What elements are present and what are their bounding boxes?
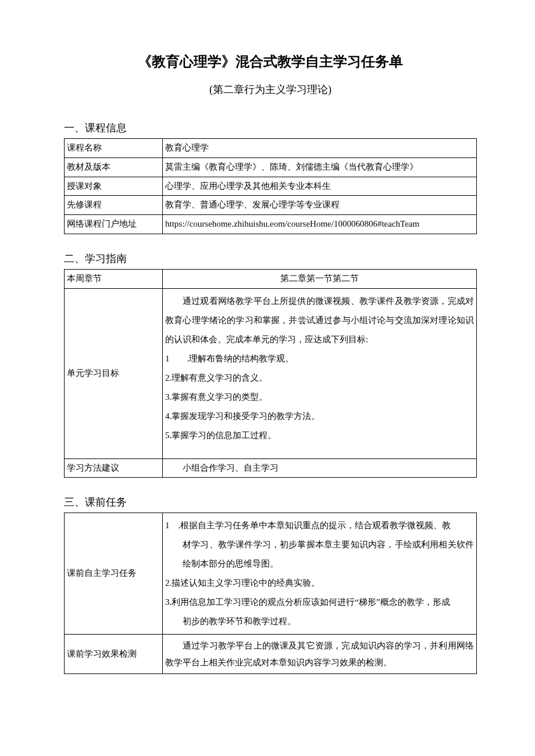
- task-2: 2.描述认知主义学习理论中的经典实验。: [165, 574, 474, 593]
- label-chapter: 本周章节: [65, 269, 163, 288]
- page-subtitle: (第二章行为主义学习理论): [64, 83, 477, 96]
- table-row: 网络课程门户地址 https://coursehome.zhihuishu.eo…: [65, 215, 477, 234]
- table-row: 教材及版本 莫雷主编《教育心理学》、陈琦、刘儒德主编《当代教育心理学》: [65, 157, 477, 177]
- document-page: 《教育心理学》混合式教学自主学习任务单 (第二章行为主义学习理论) 一、课程信息…: [0, 0, 535, 726]
- page-title: 《教育心理学》混合式教学自主学习任务单: [64, 52, 477, 71]
- value-chapter: 第二章第一节第二节: [163, 269, 477, 288]
- section3-heading: 三、课前任务: [64, 495, 477, 509]
- section1-heading: 一、课程信息: [64, 121, 477, 135]
- value-prerequisite: 教育学、普通心理学、发展心理学等专业课程: [163, 196, 477, 215]
- table-row: 课前学习效果检测 通过学习教学平台上的微课及其它资源，完成知识内容的学习，并利用…: [65, 635, 477, 674]
- value-audience: 心理学、应用心理学及其他相关专业本科生: [163, 177, 477, 196]
- label-prerequisite: 先修课程: [65, 196, 163, 215]
- section2-heading: 二、学习指南: [64, 252, 477, 266]
- task-1-line2: 材学习、教学课件学习，初步掌握本章主要知识内容，手绘或利用相关软件绘制本部分的思…: [165, 535, 474, 574]
- task-3-line2: 初步的教学环节和教学过程。: [165, 612, 474, 631]
- objective-3: 3.掌握有意义学习的类型。: [165, 388, 474, 407]
- label-method: 学习方法建议: [65, 458, 163, 478]
- value-textbook: 莫雷主编《教育心理学》、陈琦、刘儒德主编《当代教育心理学》: [163, 157, 477, 177]
- table-row: 课程名称 教育心理学: [65, 139, 477, 158]
- value-preclass-test: 通过学习教学平台上的微课及其它资源，完成知识内容的学习，并利用网络教学平台上相关…: [163, 635, 477, 674]
- label-audience: 授课对象: [65, 177, 163, 196]
- pre-class-task-table: 课前自主学习任务 1 .根据自主学习任务单中本章知识重点的提示，结合观看教学微视…: [64, 513, 477, 674]
- objective-4: 4.掌握发现学习和接受学习的教学方法。: [165, 407, 474, 426]
- label-portal: 网络课程门户地址: [65, 215, 163, 234]
- label-preclass-task: 课前自主学习任务: [65, 513, 163, 635]
- value-course-name: 教育心理学: [163, 139, 477, 158]
- value-method: 小组合作学习、自主学习: [163, 458, 477, 478]
- objective-2: 2.理解有意义学习的含义。: [165, 368, 474, 388]
- table-row: 学习方法建议 小组合作学习、自主学习: [65, 458, 477, 478]
- objective-5: 5.掌握学习的信息加工过程。: [165, 426, 474, 445]
- label-course-name: 课程名称: [65, 139, 163, 158]
- task-1-line1: 1 .根据自主学习任务单中本章知识重点的提示，结合观看教学微视频、教: [165, 516, 474, 535]
- table-row: 本周章节 第二章第一节第二节: [65, 269, 477, 288]
- study-guide-table: 本周章节 第二章第一节第二节 单元学习目标 通过观看网络教学平台上所提供的微课视…: [64, 269, 477, 478]
- table-row: 课前自主学习任务 1 .根据自主学习任务单中本章知识重点的提示，结合观看教学微视…: [65, 513, 477, 635]
- objectives-intro: 通过观看网络教学平台上所提供的微课视频、教学课件及教学资源，完成对教育心理学绪论…: [165, 292, 474, 349]
- label-textbook: 教材及版本: [65, 157, 163, 177]
- label-unit-objectives: 单元学习目标: [65, 288, 163, 458]
- preclass-test-text: 通过学习教学平台上的微课及其它资源，完成知识内容的学习，并利用网络教学平台上相关…: [165, 637, 474, 671]
- table-row: 授课对象 心理学、应用心理学及其他相关专业本科生: [65, 177, 477, 196]
- label-preclass-test: 课前学习效果检测: [65, 635, 163, 674]
- value-unit-objectives: 通过观看网络教学平台上所提供的微课视频、教学课件及教学资源，完成对教育心理学绪论…: [163, 288, 477, 458]
- course-info-table: 课程名称 教育心理学 教材及版本 莫雷主编《教育心理学》、陈琦、刘儒德主编《当代…: [64, 138, 477, 234]
- value-portal: https://coursehome.zhihuishu.eom/courseH…: [163, 215, 477, 234]
- objective-1: 1 .理解布鲁纳的结构教学观。: [165, 349, 474, 368]
- task-3-line1: 3.利用信息加工学习理论的观点分析应该如何进行“梯形”概念的教学，形成: [165, 593, 474, 612]
- value-preclass-task: 1 .根据自主学习任务单中本章知识重点的提示，结合观看教学微视频、教 材学习、教…: [163, 513, 477, 635]
- table-row: 先修课程 教育学、普通心理学、发展心理学等专业课程: [65, 196, 477, 215]
- table-row: 单元学习目标 通过观看网络教学平台上所提供的微课视频、教学课件及教学资源，完成对…: [65, 288, 477, 458]
- blank-line: [165, 445, 474, 456]
- method-text: 小组合作学习、自主学习: [165, 463, 279, 472]
